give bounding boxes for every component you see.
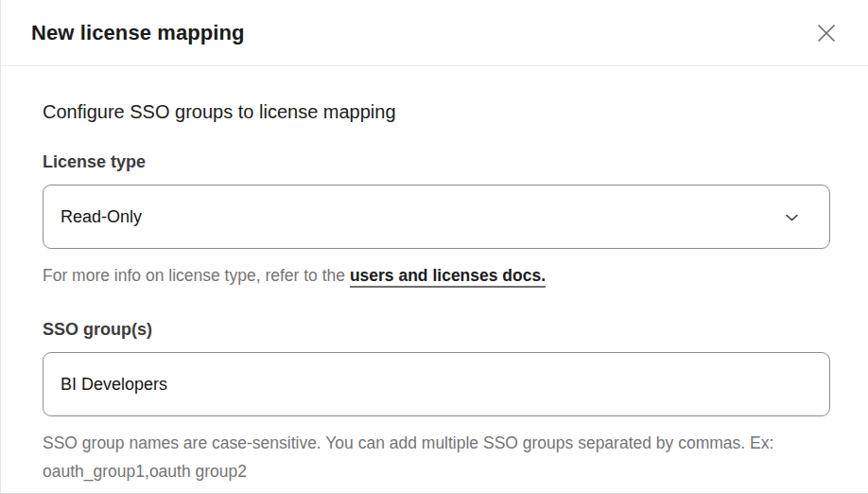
new-license-mapping-dialog: New license mapping Configure SSO groups… (0, 0, 868, 494)
license-type-field: License type Read-Only For more info on … (43, 152, 830, 290)
dialog-body: Configure SSO groups to license mapping … (1, 66, 868, 485)
license-type-select[interactable]: Read-Only (43, 185, 830, 249)
sso-groups-help: SSO group names are case-sensitive. You … (43, 429, 782, 485)
form-heading: Configure SSO groups to license mapping (43, 101, 830, 123)
license-type-help: For more info on license type, refer to … (43, 261, 830, 290)
sso-groups-field: SSO group(s) SSO group names are case-se… (43, 320, 830, 485)
dialog-header: New license mapping (1, 0, 868, 66)
chevron-down-icon (785, 207, 799, 227)
license-type-selected-value: Read-Only (61, 207, 142, 227)
x-icon (815, 22, 838, 44)
dialog-title: New license mapping (31, 21, 811, 45)
sso-groups-input[interactable] (43, 352, 830, 416)
users-and-licenses-docs-link[interactable]: users and licenses docs. (350, 266, 546, 288)
close-button[interactable] (811, 18, 842, 48)
license-type-help-text: For more info on license type, refer to … (43, 266, 350, 285)
sso-groups-label: SSO group(s) (43, 320, 830, 340)
license-type-label: License type (43, 152, 830, 172)
